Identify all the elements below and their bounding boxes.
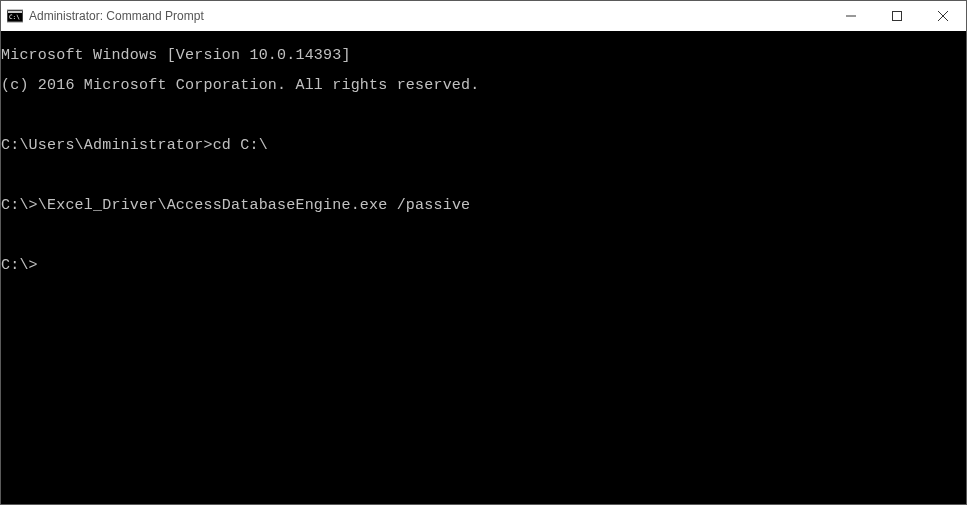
output-line: (c) 2016 Microsoft Corporation. All righ… bbox=[1, 78, 966, 93]
close-button[interactable] bbox=[920, 1, 966, 31]
prompt-path: C:\> bbox=[1, 258, 38, 273]
output-line: Microsoft Windows [Version 10.0.14393] bbox=[1, 48, 966, 63]
maximize-button[interactable] bbox=[874, 1, 920, 31]
terminal-output[interactable]: Microsoft Windows [Version 10.0.14393] (… bbox=[1, 31, 966, 504]
cmd-icon: C:\ bbox=[7, 8, 23, 24]
prompt-line: C:\>\Excel_Driver\AccessDatabaseEngine.e… bbox=[1, 198, 966, 213]
prompt-path: C:\Users\Administrator> bbox=[1, 138, 213, 153]
svg-text:C:\: C:\ bbox=[9, 13, 20, 20]
output-blank bbox=[1, 168, 966, 183]
output-blank bbox=[1, 228, 966, 243]
svg-rect-4 bbox=[893, 12, 902, 21]
minimize-button[interactable] bbox=[828, 1, 874, 31]
prompt-path: C:\> bbox=[1, 198, 38, 213]
prompt-command: \Excel_Driver\AccessDatabaseEngine.exe /… bbox=[38, 198, 470, 213]
command-prompt-window: C:\ Administrator: Command Prompt Micros… bbox=[0, 0, 967, 505]
output-blank bbox=[1, 108, 966, 123]
prompt-line: C:\Users\Administrator>cd C:\ bbox=[1, 138, 966, 153]
window-controls bbox=[828, 1, 966, 31]
titlebar[interactable]: C:\ Administrator: Command Prompt bbox=[1, 1, 966, 31]
background-strip bbox=[0, 505, 967, 514]
prompt-command: cd C:\ bbox=[213, 138, 268, 153]
window-title: Administrator: Command Prompt bbox=[29, 9, 828, 23]
prompt-line: C:\> bbox=[1, 258, 966, 273]
